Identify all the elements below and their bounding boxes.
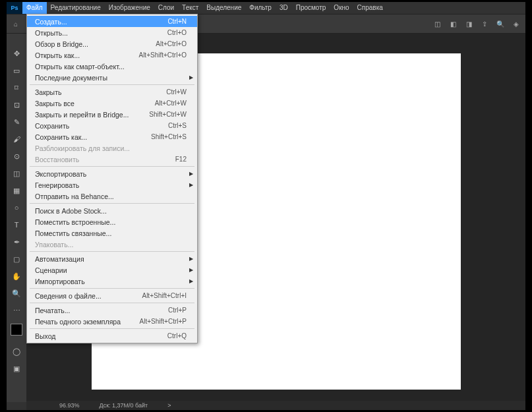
menu-item[interactable]: Открыть как...Alt+Shift+Ctrl+O	[27, 49, 197, 61]
menu-item[interactable]: Обзор в Bridge...Alt+Ctrl+O	[27, 38, 197, 49]
file-menu-dropdown: Создать...Ctrl+NОткрыть...Ctrl+OОбзор в …	[26, 14, 198, 343]
menu-item[interactable]: Закрыть и перейти в Bridge...Shift+Ctrl+…	[27, 109, 197, 120]
menu-item[interactable]: Печать одного экземпляраAlt+Shift+Ctrl+P	[27, 316, 197, 327]
brush-tool[interactable]: 🖌	[10, 132, 23, 146]
crop-tool[interactable]: ⊡	[10, 98, 23, 111]
menu-item-label: Поиск в Adobe Stock...	[35, 207, 107, 215]
menu-item-label: Сведения о файле...	[35, 292, 102, 300]
menu-item-label: Упаковать...	[35, 241, 73, 249]
menu-item[interactable]: Отправить на Behance...	[27, 191, 197, 202]
pen-tool[interactable]: ✒	[10, 235, 23, 249]
menu-item: ВосстановитьF12	[27, 154, 197, 165]
foreground-color[interactable]	[11, 324, 22, 336]
ctrl-icon[interactable]: ◨	[463, 18, 474, 29]
menubar: Ps ФайлРедактированиеИзображениеСлоиТекс…	[7, 2, 525, 14]
menu-item-shortcut: Ctrl+Q	[167, 332, 187, 339]
menu-item-shortcut: Alt+Shift+Ctrl+O	[138, 51, 187, 59]
chevron-right-icon: ▶	[189, 278, 193, 284]
menu-item[interactable]: СохранитьCtrl+S	[27, 120, 197, 131]
menu-item[interactable]: Сценарии▶	[27, 264, 197, 276]
menu-item: Разблокировать для записи...	[27, 142, 197, 154]
menu-item-label: Открыть...	[35, 29, 68, 37]
zoom-level[interactable]: 96.93%	[59, 402, 80, 409]
menu-item[interactable]: Печатать...Ctrl+P	[27, 305, 197, 316]
menu-item-label: Поместить связанные...	[35, 229, 111, 237]
menu-item-shortcut: Alt+Ctrl+O	[156, 40, 187, 47]
app-window: Ps ФайлРедактированиеИзображениеСлоиТекс…	[7, 2, 525, 410]
lasso-tool[interactable]: ⌑	[10, 81, 23, 94]
menu-item[interactable]: Сохранить как...Shift+Ctrl+S	[27, 131, 197, 142]
mode-icon[interactable]: ◧	[448, 18, 458, 29]
menu-item-label: Закрыть и перейти в Bridge...	[35, 111, 129, 119]
gradient-tool[interactable]: ▦	[10, 184, 23, 197]
blur-tool[interactable]: ○	[10, 201, 23, 214]
arrange-icon[interactable]: ◫	[432, 18, 442, 29]
menu-item-label: Открыть как...	[35, 51, 80, 59]
marquee-tool[interactable]: ▭	[10, 64, 23, 77]
menu-файл[interactable]: Файл	[22, 2, 47, 14]
menu-3d[interactable]: 3D	[276, 2, 292, 14]
menu-item[interactable]: Импортировать▶	[27, 276, 197, 287]
menu-редактирование[interactable]: Редактирование	[47, 2, 105, 14]
menu-item-shortcut: Shift+Ctrl+S	[151, 133, 187, 140]
menu-separator	[30, 84, 194, 85]
menu-item-shortcut: Ctrl+P	[168, 307, 187, 314]
shape-tool[interactable]: ▢	[10, 252, 23, 266]
menu-item-label: Закрыть все	[35, 100, 74, 107]
menu-item[interactable]: Сведения о файле...Alt+Shift+Ctrl+I	[27, 290, 197, 301]
menu-item[interactable]: ВыходCtrl+Q	[27, 330, 197, 341]
menu-item[interactable]: Последние документы▶	[27, 72, 197, 83]
menu-item-label: Генерировать	[35, 181, 79, 189]
menu-item-shortcut: Alt+Shift+Ctrl+I	[142, 292, 187, 299]
menu-item-label: Сохранить как...	[35, 133, 87, 141]
menu-выделение[interactable]: Выделение	[202, 2, 245, 14]
status-arrow[interactable]: >	[167, 402, 171, 409]
menu-просмотр[interactable]: Просмотр	[292, 2, 330, 14]
home-icon[interactable]: ⌂	[11, 18, 21, 29]
menu-item-label: Печать одного экземпляра	[35, 318, 121, 326]
mask-mode[interactable]: ◯	[10, 345, 23, 358]
menu-справка[interactable]: Справка	[353, 2, 387, 14]
3d-icon[interactable]: ◈	[511, 18, 521, 29]
menu-изображение[interactable]: Изображение	[105, 2, 154, 14]
menu-item-label: Импортировать	[35, 278, 85, 285]
more-tool[interactable]: ⋯	[10, 304, 23, 317]
menu-фильтр[interactable]: Фильтр	[245, 2, 276, 14]
type-tool[interactable]: T	[10, 218, 23, 231]
move-tool[interactable]: ✥	[10, 47, 23, 60]
hand-tool[interactable]: ✋	[10, 270, 23, 283]
menu-item-label: Экспортировать	[35, 170, 86, 178]
doc-info[interactable]: Дск: 1,37M/0 байт	[100, 402, 148, 409]
menu-separator	[30, 288, 194, 289]
menu-item[interactable]: Поиск в Adobe Stock...	[27, 205, 197, 216]
menu-item[interactable]: Экспортировать▶	[27, 168, 197, 179]
menu-item[interactable]: Автоматизация▶	[27, 253, 197, 264]
chevron-right-icon: ▶	[189, 256, 193, 262]
chevron-right-icon: ▶	[189, 74, 193, 80]
menu-item[interactable]: Открыть...Ctrl+O	[27, 27, 197, 38]
menu-item-label: Автоматизация	[35, 255, 84, 263]
zoom-tool[interactable]: 🔍	[10, 287, 23, 300]
eyedropper-tool[interactable]: ✎	[10, 115, 23, 129]
menu-окно[interactable]: Окно	[330, 2, 353, 14]
share-icon[interactable]: ⇪	[479, 18, 490, 29]
app-logo: Ps	[7, 2, 22, 14]
stamp-tool[interactable]: ⊙	[10, 150, 23, 163]
screen-mode[interactable]: ▣	[10, 362, 23, 375]
menu-слои[interactable]: Слои	[154, 2, 178, 14]
tools-panel: ✥ ▭ ⌑ ⊡ ✎ 🖌 ⊙ ◫ ▦ ○ T ✒ ▢ ✋ 🔍 ⋯ ◯ ▣	[7, 34, 26, 402]
search-icon[interactable]: 🔍	[495, 18, 506, 29]
menu-item-shortcut: Alt+Shift+Ctrl+P	[140, 318, 187, 325]
menu-item[interactable]: Поместить связанные...	[27, 227, 197, 239]
menu-item[interactable]: Создать...Ctrl+N	[27, 16, 197, 27]
menu-item-label: Печатать...	[35, 307, 70, 314]
menu-текст[interactable]: Текст	[178, 2, 202, 14]
menu-item[interactable]: Открыть как смарт-объект...	[27, 61, 197, 72]
menu-item-label: Сохранить	[35, 122, 69, 130]
menu-item[interactable]: ЗакрытьCtrl+W	[27, 86, 197, 98]
menu-item[interactable]: Закрыть всеAlt+Ctrl+W	[27, 98, 197, 109]
menu-item[interactable]: Поместить встроенные...	[27, 216, 197, 227]
menu-item[interactable]: Генерировать▶	[27, 179, 197, 191]
eraser-tool[interactable]: ◫	[10, 167, 23, 180]
menu-separator	[30, 203, 194, 204]
